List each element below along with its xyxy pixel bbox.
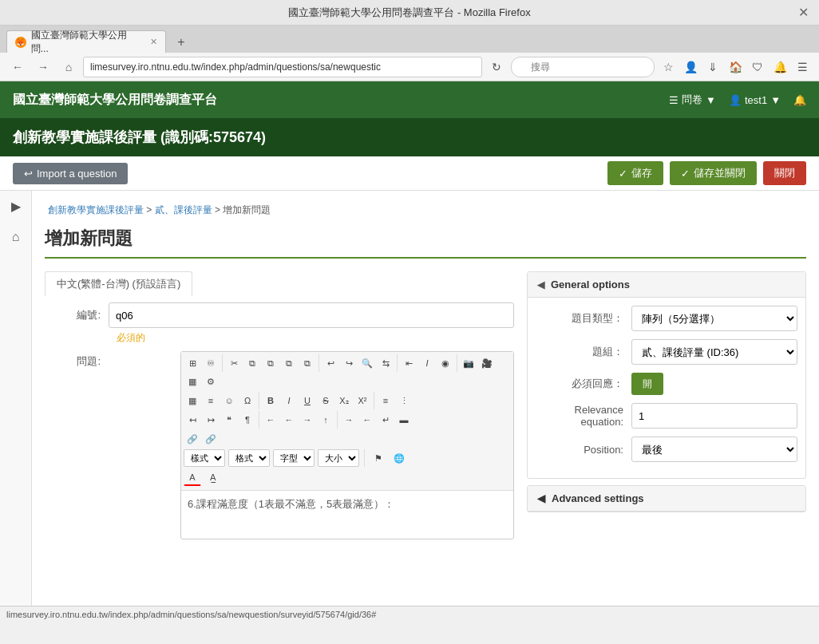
save-button[interactable]: ✓ 儲存 bbox=[607, 161, 663, 185]
toolbar-sep-5 bbox=[259, 392, 259, 409]
toolbar-align-right-btn[interactable]: → bbox=[299, 411, 316, 429]
question-form-group: 問題: ⊞ ♾ ✂ ⧉ ⧉ ⧉ ⧉ bbox=[45, 351, 514, 539]
position-select[interactable]: 最後 bbox=[631, 437, 797, 462]
question-type-select[interactable]: 陣列（5分選擇） bbox=[631, 306, 797, 331]
toolbar-omega-btn[interactable]: Ω bbox=[239, 392, 256, 409]
breadcrumb-level1[interactable]: 創新教學實施課後評量 bbox=[48, 204, 144, 215]
toolbar-source-btn[interactable]: ♾ bbox=[202, 354, 220, 372]
toolbar-bold-btn[interactable]: B bbox=[262, 392, 279, 409]
toolbar-unlink-btn[interactable]: 🔗 bbox=[202, 430, 220, 448]
toolbar-cut-btn[interactable]: ✂ bbox=[225, 354, 243, 372]
import-question-button[interactable]: ↩ Import a question bbox=[13, 163, 128, 184]
user-menu[interactable]: 👤 test1 ▼ bbox=[729, 94, 781, 106]
toolbar-image-btn[interactable]: 📷 bbox=[460, 354, 477, 372]
new-tab-button[interactable]: + bbox=[171, 32, 192, 53]
toolbar-indent-btn[interactable]: ↦ bbox=[202, 411, 220, 429]
toolbar-table2-btn[interactable]: ▦ bbox=[184, 392, 201, 409]
close-label: 關閉 bbox=[774, 166, 795, 180]
format-select[interactable]: 格式 bbox=[228, 449, 270, 467]
toolbar-ltr-btn[interactable]: → bbox=[340, 411, 358, 429]
menu-icon[interactable]: ☰ bbox=[792, 57, 813, 77]
bell-icon[interactable]: 🔔 bbox=[770, 57, 790, 77]
mandatory-toggle[interactable]: 開 bbox=[631, 373, 663, 395]
toolbar-newline-btn[interactable]: ↵ bbox=[377, 411, 394, 429]
toolbar-copy-btn[interactable]: ⧉ bbox=[243, 354, 261, 372]
status-url: limesurvey.iro.ntnu.edu.tw/index.php/adm… bbox=[6, 610, 376, 619]
toolbar-align-left-btn[interactable]: ⇤ bbox=[400, 354, 417, 372]
browser-tab-active[interactable]: 🦊 國立臺灣師範大學公用問... ✕ bbox=[6, 30, 166, 53]
code-input[interactable] bbox=[109, 302, 514, 328]
profile-icon[interactable]: 👤 bbox=[680, 57, 701, 77]
close-button[interactable]: 關閉 bbox=[763, 161, 806, 185]
surveys-menu[interactable]: ☰ 問卷 ▼ bbox=[669, 93, 716, 107]
sidebar-home-button[interactable]: ⌂ bbox=[12, 230, 20, 244]
save-close-button[interactable]: ✓ 儲存並關閉 bbox=[670, 161, 757, 185]
search-input[interactable] bbox=[511, 57, 655, 77]
toolbar-flag-btn[interactable]: ⚑ bbox=[370, 449, 387, 467]
download-icon[interactable]: ⇓ bbox=[702, 57, 723, 77]
advanced-settings-header[interactable]: ◀ Advanced settings bbox=[528, 486, 805, 512]
toolbar-ul-btn[interactable]: ⋮ bbox=[395, 392, 413, 409]
toolbar-font-color-btn[interactable]: A bbox=[184, 468, 201, 486]
font-select[interactable]: 字型 bbox=[273, 449, 315, 467]
toolbar-special-btn[interactable]: ⚙ bbox=[202, 373, 220, 390]
toolbar-emoji-btn[interactable]: ☺ bbox=[220, 392, 238, 409]
style-select[interactable]: 樣式 bbox=[184, 449, 225, 467]
browser-nav-bar: ← → ⌂ ↻ 🔍 ☆ 👤 ⇓ 🏠 🛡 🔔 ☰ bbox=[0, 53, 819, 81]
toolbar-row-3: ↤ ↦ ❝ ¶ ← ← → ↑ → ← bbox=[184, 411, 511, 429]
toolbar-italic-btn[interactable]: I bbox=[280, 392, 298, 409]
save-label: 儲存 bbox=[631, 166, 652, 180]
shield-icon[interactable]: 🛡 bbox=[747, 57, 768, 77]
toolbar-subscript-btn[interactable]: X₂ bbox=[335, 392, 353, 409]
home-button[interactable]: ⌂ bbox=[57, 56, 80, 78]
forward-button[interactable]: → bbox=[32, 56, 54, 78]
size-select[interactable]: 大小 bbox=[318, 449, 359, 467]
back-button[interactable]: ← bbox=[6, 56, 29, 78]
toolbar-align-justify-btn[interactable]: ↑ bbox=[317, 411, 334, 429]
toolbar-source2-btn[interactable]: ◉ bbox=[437, 354, 454, 372]
toolbar-outdent-btn[interactable]: ↤ bbox=[184, 411, 201, 429]
toolbar-italic-inline-btn[interactable]: I bbox=[418, 354, 436, 372]
toolbar-strike-btn[interactable]: S bbox=[317, 392, 334, 409]
toolbar-paste-text-btn[interactable]: ⧉ bbox=[280, 354, 298, 372]
refresh-button[interactable]: ↻ bbox=[485, 56, 508, 78]
tab-close-button[interactable]: ✕ bbox=[150, 37, 157, 47]
toolbar-paste-word-btn[interactable]: ⧉ bbox=[299, 354, 316, 372]
toolbar-pagebreak-btn[interactable]: ▬ bbox=[395, 411, 413, 429]
general-options-header[interactable]: ◀ General options bbox=[528, 272, 805, 298]
language-tab[interactable]: 中文(繁體-台灣) (預設語言) bbox=[45, 271, 192, 296]
toolbar-table-btn[interactable]: ▦ bbox=[184, 373, 201, 390]
toolbar-superscript-btn[interactable]: X² bbox=[354, 392, 371, 409]
relevance-label: Relevance equation: bbox=[536, 404, 631, 428]
toolbar-quote-btn[interactable]: ❝ bbox=[220, 411, 238, 429]
toolbar-redo-btn[interactable]: ↪ bbox=[340, 354, 358, 372]
toolbar-maximize-btn[interactable]: ⊞ bbox=[184, 354, 201, 372]
breadcrumb-level2[interactable]: 貳、課後評量 bbox=[155, 204, 212, 215]
toolbar-replace-btn[interactable]: ⇆ bbox=[377, 354, 394, 372]
url-bar[interactable] bbox=[83, 57, 482, 77]
toolbar-flash-btn[interactable]: 🎥 bbox=[478, 354, 496, 372]
toolbar-underline-btn[interactable]: U bbox=[299, 392, 316, 409]
toolbar-globe-btn[interactable]: 🌐 bbox=[390, 449, 408, 467]
toolbar-rtl-btn[interactable]: ← bbox=[358, 411, 376, 429]
notification-bell[interactable]: 🔔 bbox=[793, 94, 806, 106]
toolbar-bg-color-btn[interactable]: A̲ bbox=[204, 468, 222, 486]
sidebar-arrow-button[interactable]: ▶ bbox=[11, 199, 21, 214]
group-select[interactable]: 貳、課後評量 (ID:36) bbox=[631, 339, 797, 365]
toolbar-paste-btn[interactable]: ⧉ bbox=[262, 354, 279, 372]
toolbar-justify-btn[interactable]: ≡ bbox=[202, 392, 220, 409]
editor-content[interactable]: 6.課程滿意度（1表最不滿意，5表最滿意）： bbox=[181, 491, 513, 539]
relevance-input[interactable] bbox=[631, 403, 797, 429]
toolbar-para-btn[interactable]: ¶ bbox=[239, 411, 256, 429]
toolbar-undo-btn[interactable]: ↩ bbox=[322, 354, 339, 372]
toolbar-ol-btn[interactable]: ≡ bbox=[377, 392, 394, 409]
advanced-settings-panel: ◀ Advanced settings bbox=[527, 485, 806, 512]
toolbar-align-center-btn[interactable]: ← bbox=[280, 411, 298, 429]
house-icon[interactable]: 🏠 bbox=[725, 57, 746, 77]
browser-close-button[interactable]: ✕ bbox=[795, 5, 811, 21]
bookmark-icon[interactable]: ☆ bbox=[658, 57, 679, 77]
toolbar-find-btn[interactable]: 🔍 bbox=[358, 354, 376, 372]
user-chevron: ▼ bbox=[770, 94, 781, 106]
toolbar-align-left2-btn[interactable]: ← bbox=[262, 411, 279, 429]
toolbar-link-btn[interactable]: 🔗 bbox=[184, 430, 201, 448]
